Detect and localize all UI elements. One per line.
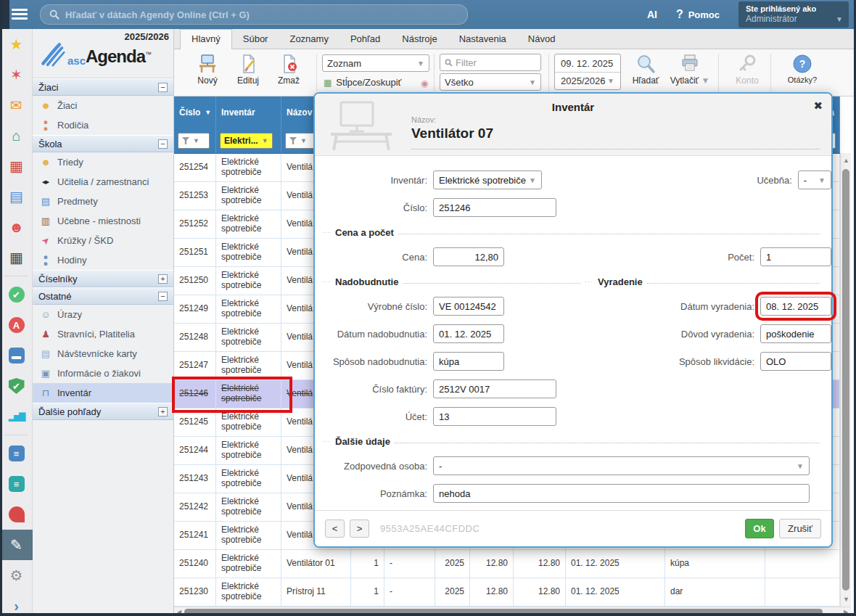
nav-item-iaci[interactable]: ☻Žiaci (33, 96, 173, 115)
filter-funnel-button[interactable]: ▼ (285, 133, 317, 149)
nav-item-invent-r[interactable]: ⊓Inventár (33, 383, 173, 403)
tab-s-bor[interactable]: Súbor (232, 30, 279, 49)
attendance-icon[interactable]: ✔ (0, 279, 33, 310)
filter-input[interactable]: Filter (440, 54, 541, 71)
expand-icon[interactable]: + (158, 407, 168, 416)
cancel-button[interactable]: Zrušiť (779, 519, 821, 538)
collapse-icon[interactable]: − (158, 292, 168, 301)
pen-icon[interactable]: ✎ (0, 530, 33, 560)
filter-funnel-button[interactable]: ▼ (178, 133, 210, 149)
collapse-icon[interactable]: − (158, 83, 168, 92)
documents-icon[interactable]: ≡ (0, 469, 33, 499)
timetable-icon[interactable]: ▦ (0, 151, 33, 181)
grades-icon[interactable]: A (0, 310, 33, 340)
nav-item-stravn-ci-platitelia[interactable]: ♟Stravníci, Platitelia (33, 324, 173, 344)
nav-item-inform-cie-o-iakovi[interactable]: ▣Informácie o žiakovi (33, 364, 173, 383)
wizard-icon[interactable]: ✶ (0, 59, 33, 90)
field-d-vod-vyradenia-input[interactable]: poškodenie (760, 324, 831, 343)
nav-item-razy[interactable]: ☺Úrazy (33, 305, 173, 324)
lock-icon[interactable]: ◉ (421, 78, 428, 89)
security-shield-icon[interactable]: ✔ (0, 371, 33, 401)
briefcase-icon[interactable]: ▬ (0, 340, 33, 371)
school-icon[interactable]: ⌂ (0, 120, 33, 151)
tab-zoznamy[interactable]: Zoznamy (279, 30, 339, 49)
field-cena-input[interactable]: 12,80 (433, 247, 504, 266)
ai-button[interactable]: AI (647, 9, 657, 20)
classbook-icon[interactable]: ▤ (0, 181, 33, 212)
tab-n-stroje[interactable]: Nástroje (391, 30, 448, 49)
columns-group-button[interactable]: ▦ Stĺpce/Zoskupiť (324, 77, 401, 88)
statistics-icon[interactable]: ▂▅▇ (0, 401, 33, 432)
nav-item-n-v-tevn-cke-karty[interactable]: ▤Návštevnícke karty (33, 344, 173, 364)
field-et-input[interactable]: 13 (433, 407, 556, 426)
expand-arrow-icon[interactable]: › (0, 591, 33, 616)
new-button[interactable]: Nový (187, 54, 228, 86)
favorites-icon[interactable]: ★ (0, 29, 33, 59)
tab-poh-ad[interactable]: Pohľad (339, 30, 391, 49)
next-record-button[interactable]: > (350, 520, 369, 538)
vertical-scrollbar[interactable]: ▲ ▼ (840, 153, 851, 607)
nav-item-u-ebne-miestnosti[interactable]: ▥Učebne - miestnosti (33, 211, 173, 231)
expand-icon[interactable]: + (158, 274, 168, 284)
plans-icon[interactable]: ▦ (0, 242, 33, 273)
tab-n-vod[interactable]: Návod (517, 30, 567, 49)
ok-button[interactable]: Ok (745, 519, 774, 538)
vertical-scroll-thumb[interactable] (842, 169, 849, 591)
field-slo-fakt-ry-input[interactable]: 2512V 0017 (433, 379, 556, 398)
table-row-251230[interactable]: 251230Elektrické spotrebičePrístroj 111-… (174, 578, 840, 607)
close-icon[interactable]: ✖ (813, 99, 823, 112)
field-zodpovedn-osoba-select[interactable]: -▼ (433, 456, 810, 475)
field-slo-input[interactable]: 251246 (433, 198, 556, 217)
nav-section-iaci[interactable]: Žiaci− (33, 78, 173, 96)
tab-nastavenia[interactable]: Nastavenia (448, 30, 517, 49)
nav-section-seln-ky[interactable]: Číselníky+ (33, 270, 173, 287)
table-row-251240[interactable]: 251240Elektrické spotrebičeVentilátor 01… (174, 550, 840, 578)
scroll-up-icon[interactable]: ▲ (841, 155, 852, 166)
column-header-invent-r[interactable]: Inventár (216, 96, 281, 128)
field-sp-sob-nadobudnutia-input[interactable]: kúpa (433, 352, 504, 371)
field-po-et-input[interactable]: 1 (760, 247, 831, 266)
field-d-tum-vyradenia-input[interactable]: 08. 12. 2025 (760, 297, 831, 316)
nav-item-kr-ky-kd[interactable]: ➤Krúžky / ŠKD (33, 231, 173, 250)
column-header-slo[interactable]: Číslo▼ (174, 96, 216, 128)
account-button[interactable]: Konto (727, 54, 767, 86)
nav-item-rodi-ia[interactable]: ☻☻Rodičia (33, 115, 173, 135)
library-icon[interactable]: ≡ (0, 438, 33, 469)
nav-item-u-itelia-zamestnanci[interactable]: ◆Učitelia / zamestnanci (33, 172, 173, 192)
previous-record-button[interactable]: < (325, 520, 345, 538)
edit-button[interactable]: Edituj (228, 54, 268, 86)
horizontal-scrollbar[interactable]: ◀ ▶ (174, 607, 851, 616)
collapse-icon[interactable]: − (158, 139, 168, 149)
nav-item-predmety[interactable]: ▤Predmety (33, 192, 173, 211)
field-u-eb-a-select[interactable]: -▼ (798, 171, 831, 189)
person-circle-icon[interactable]: ☻ (0, 212, 33, 242)
tab-hlavn[interactable]: Hlavný (180, 29, 232, 49)
list-type-select[interactable]: Zoznam▼ (322, 54, 429, 72)
nav-item-triedy[interactable]: ☻Triedy (33, 152, 173, 172)
nav-item-hodiny[interactable]: ☻☻Hodiny (33, 250, 173, 270)
field-d-tum-nadobudnutia-input[interactable]: 01. 12. 2025 (433, 324, 504, 343)
active-filter-button[interactable]: Elektri...▼ (220, 133, 273, 149)
delete-button[interactable]: Zmaž (268, 54, 309, 86)
hamburger-menu-icon[interactable] (10, 7, 29, 22)
nav-section-al-ie-poh-ady[interactable]: Ďalšie pohľady+ (33, 403, 173, 420)
help-button[interactable]: ?Pomoc (676, 8, 720, 21)
find-button[interactable]: Hľadať (625, 54, 666, 86)
field-pozn-mka-input[interactable]: nehoda (433, 484, 810, 503)
date-field[interactable]: 09. 12. 2025 (555, 54, 620, 72)
nav-section-ostatn[interactable]: Ostatné− (33, 287, 173, 305)
print-button[interactable]: Vytlačiť ▼ (667, 54, 712, 86)
questions-button[interactable]: ? Otázky? (782, 54, 823, 84)
name-field-value[interactable]: Ventilátor 07 (411, 126, 493, 141)
settings-gear-icon[interactable]: ⚙ (0, 560, 33, 591)
year-field[interactable]: 2025/2026▼ (555, 72, 620, 89)
field-invent-r-select[interactable]: Elektrické spotrebiče▼ (433, 171, 542, 189)
communication-icon[interactable] (0, 499, 33, 530)
field-sp-sob-likvid-cie-input[interactable]: OLO (760, 352, 831, 371)
global-search-input[interactable]: Hľadať v dátach Agendy Online (Ctrl + G) (40, 4, 468, 25)
messages-icon[interactable]: ✉ (0, 90, 33, 120)
field-v-robn-slo-input[interactable]: VE 00124542 (433, 297, 504, 316)
scroll-down-icon[interactable]: ▼ (841, 594, 852, 605)
scroll-right-icon[interactable]: ▶ (841, 607, 851, 616)
horizontal-scroll-thumb[interactable] (184, 609, 823, 615)
